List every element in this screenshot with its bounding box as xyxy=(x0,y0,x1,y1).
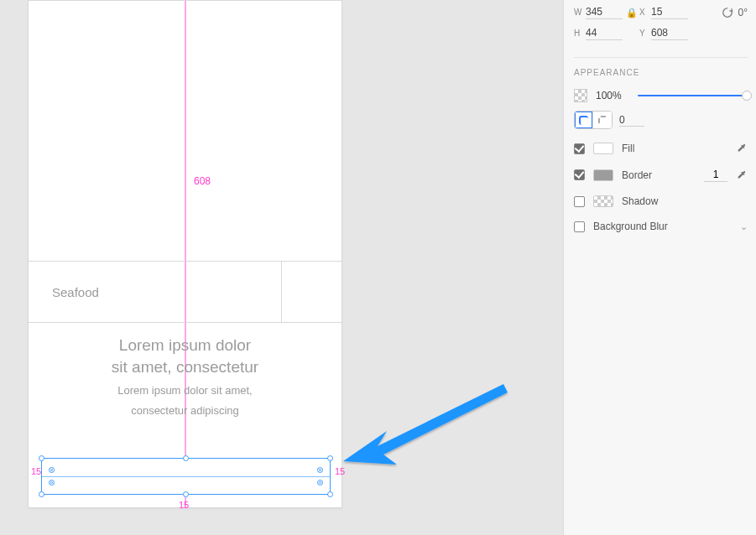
shadow-label: Shadow xyxy=(622,195,748,207)
distance-right-label: 15 xyxy=(335,466,345,476)
rotate-icon xyxy=(722,7,733,18)
selected-rectangle-layer[interactable] xyxy=(41,458,331,495)
dimensions-group: W 🔒 X 0° H Y xyxy=(574,5,748,40)
chevron-down-icon[interactable]: ⌄ xyxy=(740,221,748,232)
annotation-arrow-icon xyxy=(340,381,516,481)
independent-radius-button[interactable] xyxy=(593,112,612,128)
artboard[interactable]: 608 Seafood Lorem ipsum dolor sit amet, … xyxy=(28,0,342,508)
opacity-slider[interactable] xyxy=(638,90,748,101)
border-checkbox[interactable] xyxy=(574,169,585,180)
eyedropper-icon[interactable] xyxy=(736,169,748,181)
border-width-input[interactable] xyxy=(704,168,727,182)
opacity-value[interactable]: 100% xyxy=(596,90,629,101)
height-input[interactable] xyxy=(586,26,623,40)
headline-line-1: Lorem ipsum dolor xyxy=(29,335,342,356)
inspector-panel: W 🔒 X 0° H Y APPEARANCE 100% xyxy=(563,0,756,535)
bgblur-label: Background Blur xyxy=(593,221,732,232)
fill-label: Fill xyxy=(622,143,727,154)
section-title-appearance: APPEARANCE xyxy=(574,68,748,77)
distance-left-label: 15 xyxy=(31,466,41,476)
uniform-radius-button[interactable] xyxy=(575,112,593,128)
design-canvas[interactable]: 608 Seafood Lorem ipsum dolor sit amet, … xyxy=(0,0,554,535)
border-label: Border xyxy=(622,169,696,181)
fill-row: Fill xyxy=(574,143,748,154)
height-label: H xyxy=(574,29,586,38)
fill-color-swatch[interactable] xyxy=(593,143,613,154)
table-row: Seafood xyxy=(29,261,342,323)
bgblur-checkbox[interactable] xyxy=(574,221,585,232)
rotation-field[interactable]: 0° xyxy=(722,7,748,18)
shadow-row: Shadow xyxy=(574,195,748,207)
rounded-corner-icon xyxy=(579,116,588,125)
x-label: X xyxy=(639,8,651,17)
opacity-swatch-icon[interactable] xyxy=(574,89,587,102)
opacity-row: 100% xyxy=(574,89,748,102)
radius-input[interactable]: 0 xyxy=(619,114,644,127)
x-input[interactable] xyxy=(651,5,688,19)
slider-thumb[interactable] xyxy=(742,91,752,101)
headline-line-2: sit amet, consectetur xyxy=(29,356,342,378)
appearance-section: APPEARANCE 100% 0 Fill Border xyxy=(574,57,748,232)
corner-radius-row: 0 xyxy=(574,111,748,129)
svg-marker-0 xyxy=(343,384,508,465)
lock-icon[interactable]: 🔒 xyxy=(626,8,638,18)
y-label: Y xyxy=(639,29,651,38)
subtext-line-1: Lorem ipsum dolor sit amet, xyxy=(29,383,342,398)
eyedropper-icon[interactable] xyxy=(736,143,748,154)
distance-y-label: 608 xyxy=(192,175,212,187)
subtext-line-2: consectetur adipiscing xyxy=(29,403,342,418)
background-blur-row: Background Blur ⌄ xyxy=(574,221,748,232)
border-row: Border xyxy=(574,168,748,182)
independent-corner-icon xyxy=(598,116,607,125)
shadow-color-swatch[interactable] xyxy=(593,195,613,207)
vertical-guide xyxy=(185,1,185,507)
list-item-label: Seafood xyxy=(29,262,281,322)
y-input[interactable] xyxy=(651,26,688,40)
placeholder-text-block: Lorem ipsum dolor sit amet, consectetur … xyxy=(29,335,342,418)
distance-bottom-label: 15 xyxy=(179,500,189,510)
border-color-swatch[interactable] xyxy=(593,169,613,181)
list-item-accessory xyxy=(281,262,342,322)
rotation-value: 0° xyxy=(738,7,748,18)
width-input[interactable] xyxy=(586,5,623,19)
fill-checkbox[interactable] xyxy=(574,143,585,154)
shadow-checkbox[interactable] xyxy=(574,196,585,207)
corner-mode-toggle xyxy=(574,111,613,129)
width-label: W xyxy=(574,8,586,17)
